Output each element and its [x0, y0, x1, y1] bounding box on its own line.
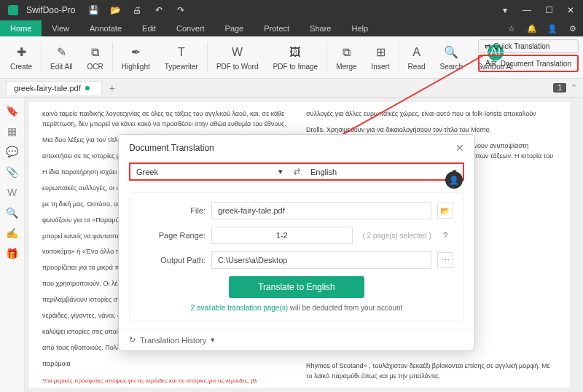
- editall-icon: ✎: [53, 44, 69, 60]
- titlebar: SwifDoo-Pro 💾 📂 🖨 ↶ ↷ ▾ — ☐ ✕: [0, 0, 583, 20]
- create-button[interactable]: ✚Create: [3, 43, 39, 72]
- ocr-icon: ⧉: [87, 44, 103, 60]
- output-label: Output Path:: [140, 256, 206, 264]
- translation-history-button[interactable]: ↻ Translation History ▾: [119, 329, 474, 350]
- pdfword-button[interactable]: WPDF to Word: [209, 43, 266, 72]
- insert-icon: ⊞: [372, 44, 388, 60]
- search-icon: 🔍: [443, 44, 459, 60]
- tab-help[interactable]: Help: [341, 20, 378, 36]
- search-button[interactable]: 🔍Search: [432, 43, 470, 72]
- maximize-icon[interactable]: ☐: [539, 1, 558, 20]
- app-title: SwifDoo-Pro: [26, 5, 75, 15]
- ocr-button[interactable]: ⧉OCR: [80, 43, 111, 72]
- modal-title: Document Translation: [129, 143, 214, 153]
- modal-close-icon[interactable]: ✕: [455, 142, 464, 154]
- caret-icon[interactable]: ▾: [496, 1, 514, 20]
- ribbon: ✚Create ✎Edit All ⧉OCR ✒Highlight TTypew…: [0, 36, 583, 79]
- save-icon[interactable]: 💾: [84, 1, 103, 20]
- file-input[interactable]: greek-fairy-tale.pdf: [211, 202, 431, 219]
- redo-icon[interactable]: ↷: [171, 1, 190, 20]
- chevron-down-icon: ▾: [211, 335, 215, 345]
- page-range-input[interactable]: 1-2: [211, 227, 353, 244]
- doc-icon: A文: [485, 58, 498, 68]
- help-icon[interactable]: ?: [437, 227, 453, 243]
- swap-lang-icon[interactable]: ⇄: [289, 167, 305, 176]
- menu-tabs: Home View Annotate Edit Convert Page Pro…: [0, 20, 583, 36]
- close-icon[interactable]: ✕: [561, 1, 580, 20]
- active-doc-tab[interactable]: greek-fairy-tale.pdf: [6, 81, 102, 95]
- browse-file-icon[interactable]: 📂: [437, 203, 453, 219]
- create-icon: ✚: [13, 44, 29, 60]
- translate-icon[interactable]: ☆: [501, 20, 522, 36]
- highlight-button[interactable]: ✒Highlight: [114, 43, 157, 72]
- history-icon: ↻: [129, 335, 136, 345]
- scrollbar[interactable]: [574, 98, 583, 392]
- attachment-icon[interactable]: 📎: [6, 166, 18, 178]
- tab-view[interactable]: View: [42, 20, 79, 36]
- merge-icon: ⧉: [338, 44, 354, 60]
- document-translation-modal: Document Translation ✕ Greek▾ ⇄ English▾…: [118, 134, 475, 351]
- open-icon[interactable]: 📂: [106, 1, 125, 20]
- tab-home[interactable]: Home: [0, 20, 42, 36]
- thumbnails-icon[interactable]: ▦: [7, 125, 17, 137]
- target-lang-select[interactable]: English▾: [310, 167, 457, 176]
- print-icon[interactable]: 🖨: [128, 1, 146, 20]
- gift-icon[interactable]: 🎁: [6, 248, 18, 259]
- svg-rect-0: [8, 5, 18, 15]
- tab-page[interactable]: Page: [215, 20, 254, 36]
- chevron-down-icon: ▾: [278, 167, 283, 176]
- typewriter-button[interactable]: TTypewriter: [157, 43, 206, 72]
- w-icon[interactable]: W: [7, 187, 17, 198]
- deduction-notice: 2 available translation page(s) will be …: [140, 304, 453, 312]
- gear-icon[interactable]: ⚙: [563, 20, 583, 36]
- file-label: File:: [140, 206, 206, 215]
- merge-button[interactable]: ⧉Merge: [329, 43, 364, 72]
- tab-annotate[interactable]: Annotate: [79, 20, 132, 36]
- quick-translation-button[interactable]: ⇄Quick Translation: [478, 39, 579, 53]
- browse-folder-icon[interactable]: ⋯: [437, 252, 453, 268]
- read-icon: A: [409, 44, 425, 60]
- tab-protect[interactable]: Protect: [254, 20, 300, 36]
- page-indicator: 1: [553, 83, 566, 93]
- tab-convert[interactable]: Convert: [166, 20, 215, 36]
- bookmark-icon[interactable]: 🔖: [6, 105, 18, 117]
- document-translation-button[interactable]: A文Document Translation: [478, 55, 579, 72]
- tab-edit[interactable]: Edit: [132, 20, 166, 36]
- highlight-icon: ✒: [128, 44, 144, 60]
- typewriter-icon: T: [173, 44, 189, 60]
- pdfword-icon: W: [230, 44, 246, 60]
- bell-icon[interactable]: 🔔: [522, 20, 542, 36]
- user-icon[interactable]: 👤: [542, 20, 563, 36]
- undo-icon[interactable]: ↶: [149, 1, 168, 20]
- tab-share[interactable]: Share: [300, 20, 341, 36]
- app-logo: [7, 4, 19, 16]
- new-tab-button[interactable]: +: [109, 82, 115, 94]
- sign-icon[interactable]: ✍: [6, 227, 18, 239]
- globe-icon: ⇄: [485, 42, 490, 50]
- chevron-up-icon[interactable]: ⌃: [571, 83, 577, 93]
- range-hint: ( 2 page(s) selected ): [363, 232, 432, 240]
- left-sidebar: 🔖 ▦ 💬 📎 W 🔍 ✍ 🎁: [0, 98, 25, 392]
- translate-button[interactable]: Translate to English: [229, 276, 364, 298]
- language-selector: Greek▾ ⇄ English▾: [129, 162, 464, 181]
- range-label: Page Range:: [140, 231, 206, 240]
- pdfimg-button[interactable]: 🖼PDF to Image: [265, 43, 325, 72]
- output-path-input[interactable]: C:\Users\a\Desktop: [211, 251, 431, 269]
- pdfimg-icon: 🖼: [287, 44, 303, 60]
- source-lang-select[interactable]: Greek▾: [136, 167, 283, 176]
- read-button[interactable]: ARead: [401, 43, 433, 72]
- editall-button[interactable]: ✎Edit All: [43, 43, 80, 72]
- modified-dot-icon: [85, 86, 90, 90]
- insert-button[interactable]: ⊞Insert: [364, 43, 397, 72]
- document-tabs: greek-fairy-tale.pdf + 1 ⌃: [0, 79, 583, 98]
- find-icon[interactable]: 🔍: [6, 207, 18, 219]
- comment-icon[interactable]: 💬: [6, 146, 18, 157]
- user-avatar[interactable]: 👤: [445, 171, 463, 189]
- minimize-icon[interactable]: —: [517, 1, 536, 20]
